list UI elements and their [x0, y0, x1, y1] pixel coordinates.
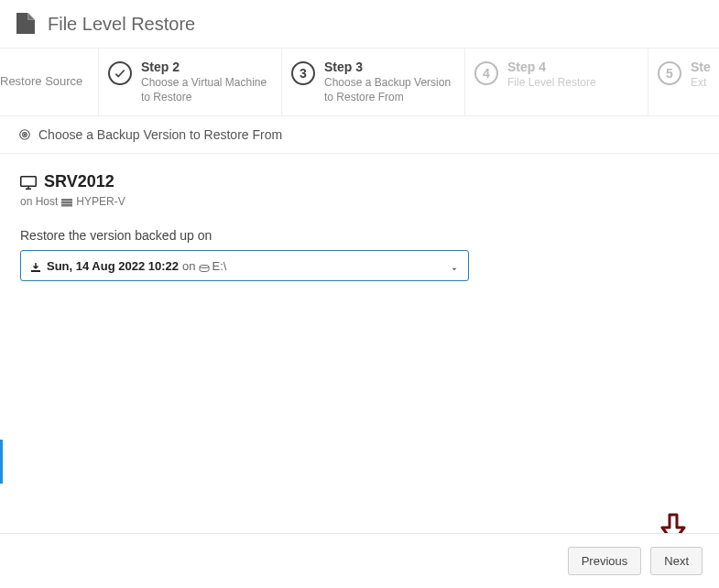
step-2-title: Step 2: [141, 60, 272, 74]
step-3-title: Step 3: [324, 60, 455, 74]
step-5-number: 5: [658, 61, 681, 85]
dropdown-sub: on E:\: [182, 259, 226, 273]
version-label: Restore the version backed up on: [20, 228, 699, 243]
step-5-title: Ste: [691, 60, 710, 74]
step-1[interactable]: Restore Source: [0, 49, 99, 115]
chevron-down-icon: [450, 261, 459, 270]
vm-name-row: SRV2012: [20, 172, 699, 191]
backup-version-dropdown[interactable]: Sun, 14 Aug 2022 10:22 on E:\: [20, 250, 469, 281]
step-4-title: Step 4: [507, 60, 596, 74]
step-4-desc: File Level Restore: [507, 76, 596, 91]
wizard-steps: Restore Source Step 2 Choose a Virtual M…: [0, 49, 719, 116]
step-4-number: 4: [474, 61, 498, 85]
dropdown-selected: Sun, 14 Aug 2022 10:22: [47, 259, 179, 273]
step-2[interactable]: Step 2 Choose a Virtual Machine to Resto…: [99, 49, 282, 115]
step-2-desc: Choose a Virtual Machine to Restore: [141, 76, 272, 104]
svg-rect-6: [61, 199, 72, 201]
host-prefix: on Host: [20, 195, 58, 208]
monitor-icon: [20, 175, 37, 190]
subheader: Choose a Backup Version to Restore From: [0, 116, 719, 154]
drive-letter: E:\: [212, 259, 227, 273]
step-5-desc: Ext: [691, 76, 710, 91]
svg-point-2: [24, 135, 25, 136]
left-accent-bar: [0, 440, 3, 484]
step-3-desc: Choose a Backup Version to Restore From: [324, 76, 455, 104]
step-3[interactable]: 3 Step 3 Choose a Backup Version to Rest…: [282, 49, 465, 115]
svg-rect-3: [21, 176, 37, 186]
step-4[interactable]: 4 Step 4 File Level Restore: [465, 49, 648, 115]
page-header: File Level Restore: [0, 0, 719, 49]
vm-name: SRV2012: [44, 172, 114, 191]
download-icon: [30, 260, 41, 271]
on-text: on: [182, 259, 195, 273]
file-icon: [16, 13, 35, 35]
step-3-number: 3: [291, 61, 315, 85]
check-icon: [108, 61, 132, 85]
content-panel: SRV2012 on Host HYPER-V Restore the vers…: [0, 154, 719, 299]
disk-icon: [199, 261, 210, 270]
wizard-footer: Previous Next: [0, 533, 719, 588]
next-button[interactable]: Next: [650, 547, 703, 575]
previous-button[interactable]: Previous: [568, 547, 642, 575]
host-name: HYPER-V: [76, 195, 125, 208]
page-title: File Level Restore: [48, 14, 195, 35]
svg-rect-7: [61, 201, 72, 204]
server-icon: [61, 197, 72, 206]
subheader-text: Choose a Backup Version to Restore From: [38, 127, 282, 142]
svg-point-10: [200, 266, 209, 268]
target-icon: [18, 128, 31, 141]
vm-host-line: on Host HYPER-V: [20, 195, 699, 208]
step-1-desc: Restore Source: [0, 74, 82, 90]
svg-rect-9: [31, 270, 40, 272]
svg-rect-8: [61, 204, 72, 207]
selected-date: Sun, 14 Aug 2022 10:22: [47, 259, 179, 273]
step-5[interactable]: 5 Ste Ext: [648, 49, 719, 115]
